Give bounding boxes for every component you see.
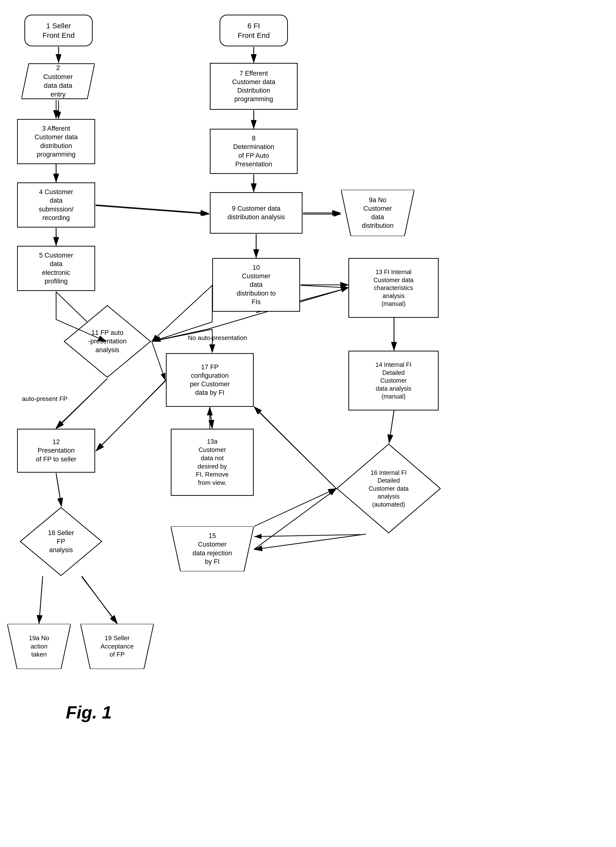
svg-line-22 <box>210 408 212 429</box>
svg-line-24 <box>39 576 43 624</box>
node-14-fi-detailed-manual: 14 Internal FI Detailed Customer data an… <box>349 351 439 410</box>
svg-line-66 <box>82 577 117 623</box>
svg-line-6 <box>96 206 209 214</box>
node-1-seller: 1 Seller Front End <box>24 15 93 46</box>
node-10-distribution-fis: 10 Customer data distribution to FIs <box>212 258 300 312</box>
node-8-fp-auto: 8 Determination of FP Auto Presentation <box>210 129 298 174</box>
svg-line-61 <box>254 407 336 488</box>
node-6-fi: 6 FI Front End <box>220 15 288 46</box>
svg-line-60 <box>210 407 212 428</box>
svg-line-12 <box>152 285 212 341</box>
node-13-fi-internal: 13 FI Internal Customer data characteris… <box>349 258 439 318</box>
node-11-fp-auto-analysis: 11 FP auto -presentation analysis <box>64 305 151 378</box>
node-9-distribution-analysis: 9 Customer data distribution analysis <box>210 192 303 234</box>
svg-line-53 <box>56 379 107 428</box>
svg-line-63 <box>254 488 336 526</box>
node-9a-no-distribution: 9a No Customer data distribution <box>341 190 414 236</box>
node-3-afferent: 3 Afferent Customer data distribution pr… <box>17 119 95 164</box>
svg-line-62 <box>254 534 366 549</box>
svg-line-18 <box>389 410 394 443</box>
svg-line-13 <box>301 285 349 288</box>
label-auto-present-fp: auto-present FP <box>22 395 67 403</box>
node-16-fi-detailed-auto: 16 Internal FI Detailed Customer data an… <box>336 443 441 534</box>
diagram: 1 Seller Front End 2 Customer data data … <box>0 0 616 847</box>
node-18-seller-fp: 18 Seller FP analysis <box>19 507 102 576</box>
svg-line-16 <box>56 474 62 507</box>
svg-line-14 <box>56 379 107 429</box>
node-5-profiling: 5 Customer data electronic profiling <box>17 246 95 291</box>
svg-line-59 <box>96 380 166 451</box>
label-no-auto-presentation: No auto-presentation <box>188 334 247 342</box>
svg-line-15 <box>152 341 165 381</box>
svg-line-19 <box>254 407 337 489</box>
node-17-fp-config: 17 FP configuration per Customer data by… <box>166 353 254 407</box>
svg-line-25 <box>82 576 117 624</box>
svg-line-26 <box>254 489 336 549</box>
node-4-submission: 4 Customer data submission/ recording <box>17 182 95 227</box>
svg-line-21 <box>96 381 166 451</box>
svg-line-42 <box>96 205 208 213</box>
node-7-efferent: 7 Efferent Customer data Distribution pr… <box>210 63 298 110</box>
svg-line-56 <box>56 473 62 506</box>
node-2-customer-data-entry: 2 Customer data data entry <box>21 63 95 99</box>
node-15-rejection: 15 Customer data rejection by FI <box>171 526 254 571</box>
node-13a-not-desired: 13a Customer data not desired by FI, Rem… <box>171 429 254 496</box>
node-19a-no-action: 19a No action taken <box>7 624 71 669</box>
node-12-presentation: 12 Presentation of FP to seller <box>17 429 95 473</box>
figure-label: Fig. 1 <box>66 702 112 722</box>
svg-line-20 <box>254 534 361 537</box>
node-19-acceptance: 19 Seller Acceptance of FP <box>81 624 154 669</box>
svg-line-58 <box>389 411 394 443</box>
svg-line-65 <box>39 577 43 623</box>
